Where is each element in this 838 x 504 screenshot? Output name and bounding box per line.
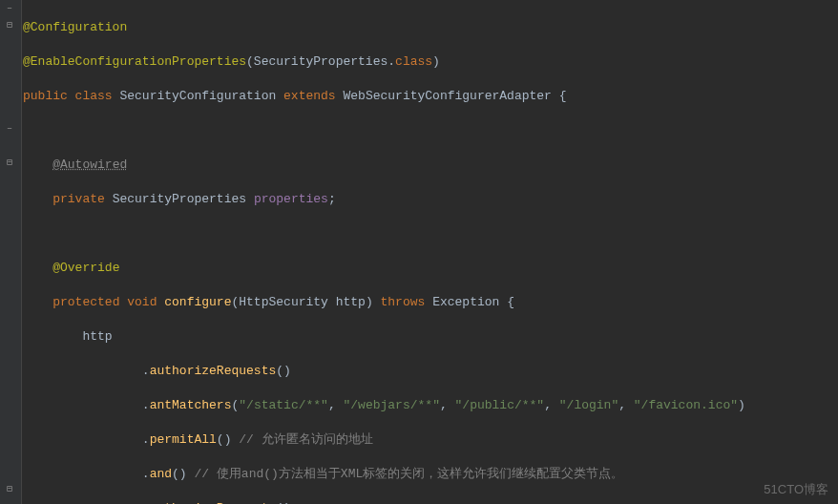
watermark: 51CTO博客 bbox=[764, 481, 828, 498]
string: "/login" bbox=[559, 398, 618, 412]
keyword: throws bbox=[381, 295, 433, 309]
keyword: class bbox=[395, 54, 432, 69]
method: permitAll bbox=[150, 432, 217, 447]
annotation: @EnableConfigurationProperties bbox=[23, 54, 246, 69]
code-editor[interactable]: @Configuration @EnableConfigurationPrope… bbox=[23, 2, 745, 504]
string: "/static/**" bbox=[239, 398, 328, 412]
text: , bbox=[328, 398, 344, 412]
dot: . bbox=[142, 467, 150, 481]
fold-icon[interactable]: ⊟ bbox=[4, 484, 15, 495]
keyword: public class bbox=[23, 89, 119, 103]
text: , bbox=[440, 398, 455, 412]
type: SecurityProperties bbox=[113, 192, 254, 206]
gutter: – ⊟ – ⊟ ⊟ bbox=[0, 0, 22, 504]
method: antMatchers bbox=[150, 398, 232, 412]
method: authorizeRequests bbox=[150, 364, 277, 378]
method: and bbox=[150, 467, 172, 481]
field: properties bbox=[254, 192, 328, 206]
text: ) bbox=[432, 54, 440, 69]
annotation: @Autowired bbox=[52, 158, 127, 172]
method: configure bbox=[164, 295, 231, 309]
text: (HttpSecurity bbox=[231, 295, 335, 309]
text: Exception { bbox=[432, 295, 514, 309]
text: ) bbox=[366, 295, 381, 309]
dot: . bbox=[142, 432, 150, 447]
string: "/public/**" bbox=[455, 398, 545, 412]
keyword: extends bbox=[283, 89, 343, 103]
annotation: @Override bbox=[52, 261, 119, 275]
fold-icon[interactable]: – bbox=[4, 3, 15, 14]
text: ; bbox=[328, 192, 336, 206]
fold-icon[interactable]: ⊟ bbox=[4, 158, 15, 169]
dot: . bbox=[142, 364, 150, 378]
text: (SecurityProperties. bbox=[246, 54, 395, 69]
text: , bbox=[544, 398, 559, 412]
fold-icon[interactable]: ⊟ bbox=[4, 20, 15, 32]
string: "/favicon.ico" bbox=[634, 398, 738, 412]
comment: // 使用and()方法相当于XML标签的关闭，这样允许我们继续配置父类节点。 bbox=[194, 467, 623, 481]
keyword: protected void bbox=[52, 295, 164, 309]
text: , bbox=[618, 398, 634, 412]
text: () bbox=[276, 364, 291, 378]
fold-icon[interactable]: – bbox=[4, 123, 15, 135]
keyword: private bbox=[52, 192, 112, 206]
string: "/webjars/**" bbox=[344, 398, 440, 412]
comment: // 允许匿名访问的地址 bbox=[239, 432, 372, 447]
dot: . bbox=[142, 398, 150, 412]
text: ) bbox=[738, 398, 745, 412]
class-name: SecurityConfiguration bbox=[119, 89, 283, 103]
annotation: @Configuration bbox=[23, 20, 127, 34]
param: http bbox=[336, 295, 366, 309]
text: () bbox=[172, 467, 194, 481]
text: () bbox=[217, 432, 239, 447]
class-name: WebSecurityConfigurerAdapter { bbox=[343, 89, 566, 103]
var: http bbox=[82, 329, 112, 344]
